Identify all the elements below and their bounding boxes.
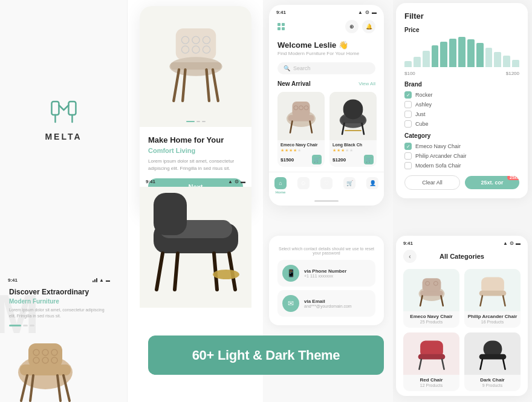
p1-chair-img <box>3 331 115 402</box>
search-bar[interactable]: 🔍 Search <box>277 62 375 74</box>
svg-rect-25 <box>170 62 221 70</box>
notification-icon-btn[interactable]: 🔔 <box>362 20 375 33</box>
cat-modern-checkbox[interactable] <box>404 162 412 169</box>
p3-battery-icon: ▬ <box>372 10 377 15</box>
brand-ashley[interactable]: Ashley <box>404 101 519 108</box>
brand-ashley-checkbox[interactable] <box>404 101 412 108</box>
grid-dot <box>282 23 285 26</box>
p3-status-icons: ▲ ⊙ ▬ <box>358 10 377 15</box>
cat-name-emeco: Emeco Navy Chair <box>403 314 459 319</box>
svg-line-70 <box>503 359 505 369</box>
product-card-1: Emeco Navy Chair ★ ★ ★ ★ ★ $1500 🛒 <box>277 92 325 167</box>
p2-dot-2 <box>196 121 200 122</box>
prog-inactive2 <box>30 325 34 326</box>
svg-rect-48 <box>343 100 363 120</box>
add-to-cart-2[interactable]: 🛒 <box>364 155 374 164</box>
star-1: ★ <box>281 148 284 153</box>
p3-lower-content: Select which contact details should we u… <box>269 236 384 325</box>
brand-rocker[interactable]: ✓ Rocker <box>404 91 519 99</box>
p2-title: Make Home for Your <box>148 135 243 146</box>
product-info-2: Long Black Ch ★ ★ ★ ★ ★ $1200 🛒 <box>329 140 377 167</box>
panel-filter-categories: Filter Price $100 $1200 Brand ✓ Rocker <box>393 0 532 402</box>
nav-home-label: Home <box>276 190 286 194</box>
clear-all-button[interactable]: Clear All <box>404 175 460 190</box>
svg-rect-17 <box>175 28 216 60</box>
view-all-link[interactable]: View All <box>358 81 375 86</box>
product-chair-img-1 <box>283 95 319 137</box>
category-card-philip[interactable]: Philip Arcander Chair 16 Products <box>464 269 521 328</box>
back-button[interactable]: ‹ <box>403 250 417 263</box>
nav-item-profile[interactable]: 👤 <box>366 177 378 194</box>
product-info-1: Emeco Navy Chair ★ ★ ★ ★ ★ $1500 🛒 <box>277 140 325 167</box>
p3-welcome-section: Welcome Leslie 👋 Find Modern Furniture F… <box>269 37 384 59</box>
svg-line-27 <box>213 70 218 101</box>
p2b-status-icons: ▲ ⊙ ▬ <box>228 179 245 184</box>
price-range-row: $100 $1200 <box>404 71 519 76</box>
svg-rect-60 <box>479 291 506 296</box>
category-card-emeco[interactable]: Emeco Navy Chair 25 Products <box>403 269 459 328</box>
p3-bottom-indicator <box>269 200 384 202</box>
star2-5: ★ <box>349 148 353 153</box>
p1-battery-icon: ▬ <box>106 278 110 282</box>
contact-option-email[interactable]: ✉ via Email and***@yourdomain.com <box>277 290 375 317</box>
prog-inactive1 <box>23 325 28 326</box>
nav-item-home[interactable]: ⌂ Home <box>274 177 287 194</box>
svg-line-26 <box>174 70 179 101</box>
cart-nav-icon: 🛒 <box>343 177 355 189</box>
cat-count-philip: 16 Products <box>464 320 521 324</box>
brand-just-checkbox[interactable] <box>404 111 412 118</box>
brand-cube-checkbox[interactable] <box>404 120 412 128</box>
cat-emeco-checkbox[interactable]: ✓ <box>404 143 412 150</box>
svg-point-37 <box>213 270 239 279</box>
cat-name-philip: Philip Arcander Chair <box>464 314 521 319</box>
svg-line-61 <box>480 296 482 305</box>
nav-item-wishlist[interactable]: ♡ <box>320 177 332 194</box>
svg-line-62 <box>503 296 505 305</box>
cat-modern[interactable]: Modern Sofa Chair <box>404 162 519 169</box>
cat-philip[interactable]: Philip Arcander Chair <box>404 152 519 160</box>
brand-just[interactable]: Just <box>404 111 519 118</box>
p1-status-bar: 9:41 ▲ ▬ <box>3 275 115 285</box>
category-card-dark[interactable]: Dark Chair 9 Products <box>464 332 521 391</box>
category-card-red[interactable]: Red Chair 12 Products <box>403 332 459 391</box>
p2b-chair-display <box>140 187 251 308</box>
star2-2: ★ <box>337 148 340 153</box>
heart-nav-icon: ♡ <box>320 177 332 189</box>
welcome-subtitle: Find Modern Furniture For Your Home <box>277 51 375 56</box>
brand-rocker-checkbox[interactable]: ✓ <box>404 91 412 99</box>
chair-svg-p1 <box>3 331 88 402</box>
nav-item-cart[interactable]: 🛒 <box>343 177 355 194</box>
welcome-title: Welcome Leslie 👋 <box>277 41 375 50</box>
apply-button[interactable]: 25xt. cor 25xt <box>465 176 519 189</box>
email-value: and***@yourdomain.com <box>304 304 352 308</box>
p3-lower-text: Select which contact details should we u… <box>277 244 375 260</box>
grid-menu-icon[interactable] <box>277 23 286 30</box>
product-name-2: Long Black Ch <box>332 143 374 147</box>
bar-8 <box>467 39 475 67</box>
cat-philip-checkbox[interactable] <box>404 152 412 160</box>
discover-subtitle: Modern Furniture <box>9 298 109 305</box>
search-nav-icon: ⊙ <box>297 177 310 189</box>
brand-cube[interactable]: Cube <box>404 120 519 128</box>
cat-emeco[interactable]: ✓ Emeco Navy Chair <box>404 143 519 150</box>
p4-wifi-icon: ⊙ <box>510 241 514 246</box>
p4-battery-icon: ▬ <box>516 241 521 246</box>
p4-signal-icon: ▲ <box>503 241 508 246</box>
cat-img-emeco <box>403 269 459 311</box>
cat-name-red: Red Chair <box>403 377 459 383</box>
nav-item-search[interactable]: ⊙ <box>297 177 310 194</box>
product-name-1: Emeco Navy Chair <box>281 143 322 147</box>
phone-option-text: via Phone Number +1 111 xxxxxxx <box>304 268 346 278</box>
email-icon: ✉ <box>282 295 299 312</box>
cat-name-dark: Dark Chair <box>464 377 521 383</box>
svg-line-35 <box>175 253 178 290</box>
theme-banner: 60+ Light & Dark Theme <box>148 336 384 375</box>
contact-option-phone[interactable]: 📱 via Phone Number +1 111 xxxxxxx <box>277 260 375 287</box>
add-to-cart-1[interactable]: 🛒 <box>312 155 322 164</box>
brand-rocker-label: Rocker <box>415 92 433 98</box>
filter-panel: Filter Price $100 $1200 Brand ✓ Rocker <box>396 3 528 198</box>
filter-icon-btn[interactable]: ⊕ <box>345 20 358 33</box>
cat-chair-svg-2 <box>472 272 514 308</box>
new-arrival-title: New Arrival <box>277 80 311 87</box>
p3-status-bar: 9:41 ▲ ⊙ ▬ <box>269 5 384 18</box>
